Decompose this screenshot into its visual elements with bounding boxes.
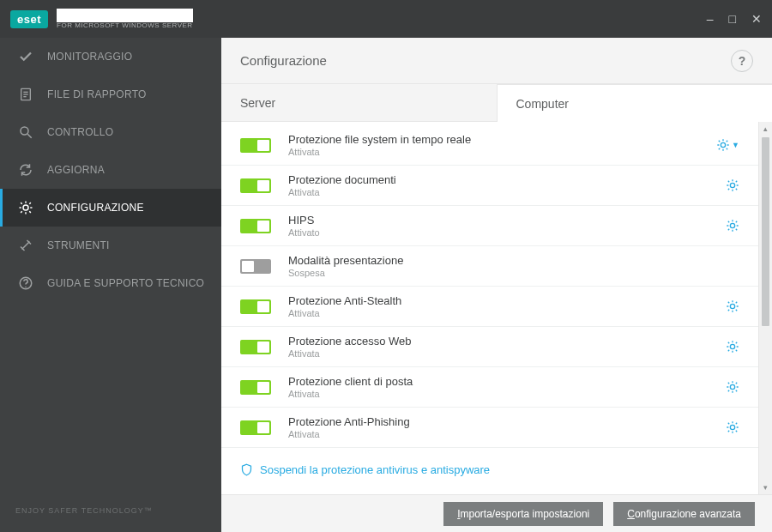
toggle-switch[interactable] (240, 340, 271, 354)
setting-label: Protezione Anti-Phishing (288, 415, 726, 428)
setting-row: Protezione Anti-PhishingAttivata (221, 408, 758, 448)
titlebar: eset FILE SECURITY FOR MICROSOFT WINDOWS… (0, 0, 772, 38)
setting-text: Protezione accesso WebAttivata (288, 335, 726, 359)
shield-icon (240, 463, 253, 476)
sidebar-item-label: GUIDA E SUPPORTO TECNICO (47, 277, 204, 289)
svg-point-7 (25, 287, 27, 288)
sidebar: MONITORAGGIOFILE DI RAPPORTOCONTROLLOAGG… (0, 38, 221, 532)
scroll-thumb[interactable] (762, 137, 769, 326)
setting-text: Protezione client di postaAttivata (288, 375, 726, 399)
toggle-switch[interactable] (240, 138, 271, 153)
doc-icon (18, 87, 33, 102)
setting-status: Attivato (288, 227, 726, 238)
tab-server[interactable]: Server (221, 84, 497, 121)
setting-label: Protezione client di posta (288, 375, 726, 388)
setting-gear-button[interactable] (726, 380, 739, 394)
setting-status: Attivata (288, 429, 726, 439)
setting-gear-button[interactable] (726, 420, 739, 434)
scrollbar[interactable]: ▴ ▾ (758, 122, 772, 494)
setting-text: Protezione Anti-PhishingAttivata (288, 415, 726, 439)
page-header: Configurazione ? (221, 38, 772, 84)
sidebar-item-search[interactable]: CONTROLLO (0, 113, 221, 151)
setting-label: Protezione documenti (288, 173, 726, 186)
setting-status: Attivata (288, 348, 726, 359)
setting-text: Protezione file system in tempo realeAtt… (288, 133, 716, 157)
help-icon (18, 275, 33, 291)
sidebar-item-label: STRUMENTI (47, 239, 110, 251)
setting-text: Protezione documentiAttivata (288, 173, 726, 197)
window-controls: – □ ✕ (707, 12, 762, 26)
maximize-button[interactable]: □ (729, 12, 736, 26)
search-icon (18, 124, 33, 140)
toggle-switch[interactable] (240, 420, 271, 435)
sidebar-item-label: CONTROLLO (47, 126, 113, 138)
page-title: Configurazione (240, 53, 327, 68)
toggle-switch[interactable] (240, 299, 271, 314)
scroll-up-icon[interactable]: ▴ (759, 122, 772, 136)
setting-status: Attivata (288, 389, 726, 399)
setting-row: Protezione file system in tempo realeAtt… (221, 125, 758, 166)
setting-row: Modalità presentazioneSospesa (221, 246, 758, 287)
product-subtitle: FOR MICROSOFT WINDOWS SERVER (57, 22, 193, 29)
setting-label: Protezione file system in tempo reale (288, 133, 716, 146)
setting-row: HIPSAttivato (221, 206, 758, 246)
suspend-protection-link[interactable]: Sospendi la protezione antivirus e antis… (221, 448, 758, 487)
button-bar: Importa/esporta impostazioni Configurazi… (221, 494, 772, 532)
setting-gear-button[interactable]: ▼ (716, 138, 739, 152)
setting-label: HIPS (288, 214, 726, 227)
setting-label: Protezione accesso Web (288, 335, 726, 348)
chevron-down-icon: ▼ (732, 141, 739, 149)
setting-gear-button[interactable] (726, 340, 739, 354)
advanced-config-button[interactable]: Configurazione avanzata (613, 502, 755, 526)
gear-icon (18, 200, 33, 215)
main-panel: Configurazione ? ServerComputer Protezio… (221, 38, 772, 532)
setting-text: Modalità presentazioneSospesa (288, 254, 739, 278)
help-button[interactable]: ? (731, 50, 753, 72)
sidebar-item-check[interactable]: MONITORAGGIO (0, 38, 221, 76)
sidebar-item-gear[interactable]: CONFIGURAZIONE (0, 189, 221, 227)
tools-icon (18, 238, 33, 253)
sidebar-item-help[interactable]: GUIDA E SUPPORTO TECNICO (0, 264, 221, 302)
toggle-switch[interactable] (240, 259, 271, 274)
setting-gear-button[interactable] (726, 299, 739, 313)
sidebar-item-label: MONITORAGGIO (47, 51, 132, 63)
sidebar-item-refresh[interactable]: AGGIORNA (0, 151, 221, 189)
sidebar-item-label: CONFIGURAZIONE (47, 202, 144, 214)
setting-row: Protezione accesso WebAttivata (221, 327, 758, 367)
sidebar-item-tools[interactable]: STRUMENTI (0, 227, 221, 264)
sidebar-item-label: FILE DI RAPPORTO (47, 88, 147, 100)
svg-line-5 (27, 134, 32, 138)
minimize-button[interactable]: – (707, 12, 714, 26)
refresh-icon (18, 162, 33, 178)
setting-status: Attivata (288, 308, 726, 318)
setting-gear-button[interactable] (726, 219, 739, 233)
brand-badge: eset (10, 10, 48, 28)
setting-row: Protezione Anti-StealthAttivata (221, 287, 758, 327)
toggle-switch[interactable] (240, 380, 271, 395)
setting-label: Modalità presentazione (288, 254, 739, 267)
setting-status: Sospesa (288, 268, 739, 278)
suspend-link-label[interactable]: Sospendi la protezione antivirus e antis… (260, 463, 490, 476)
setting-label: Protezione Anti-Stealth (288, 294, 726, 307)
product-title: FILE SECURITY FOR MICROSOFT WINDOWS SERV… (57, 9, 193, 29)
settings-list: Protezione file system in tempo realeAtt… (221, 122, 758, 494)
sidebar-item-doc[interactable]: FILE DI RAPPORTO (0, 76, 221, 113)
product-name: FILE SECURITY (57, 9, 193, 22)
tab-computer[interactable]: Computer (497, 84, 773, 122)
import-export-button[interactable]: Importa/esporta impostazioni (443, 502, 603, 526)
sidebar-footer: ENJOY SAFER TECHNOLOGY™ (0, 489, 221, 532)
setting-status: Attivata (288, 187, 726, 197)
toggle-switch[interactable] (240, 178, 271, 193)
setting-gear-button[interactable] (726, 178, 739, 192)
tabs: ServerComputer (221, 84, 772, 122)
close-button[interactable]: ✕ (751, 12, 762, 26)
toggle-switch[interactable] (240, 219, 271, 233)
setting-status: Attivata (288, 147, 716, 157)
check-icon (18, 49, 33, 64)
setting-row: Protezione client di postaAttivata (221, 367, 758, 408)
svg-point-4 (21, 127, 28, 135)
setting-row: Protezione documentiAttivata (221, 166, 758, 206)
sidebar-item-label: AGGIORNA (47, 164, 105, 176)
setting-text: HIPSAttivato (288, 214, 726, 238)
scroll-down-icon[interactable]: ▾ (759, 481, 772, 494)
